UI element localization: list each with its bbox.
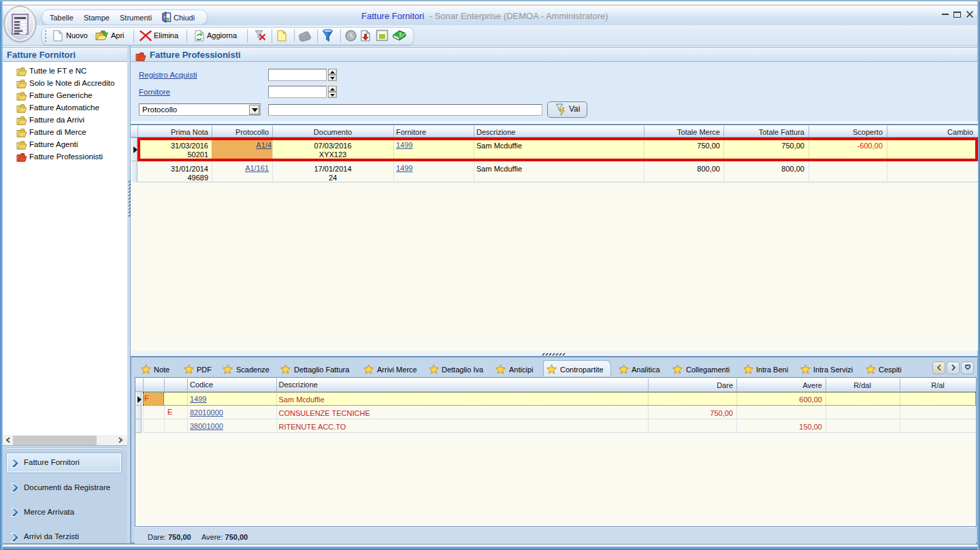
svg-text:?: ? — [399, 31, 402, 37]
